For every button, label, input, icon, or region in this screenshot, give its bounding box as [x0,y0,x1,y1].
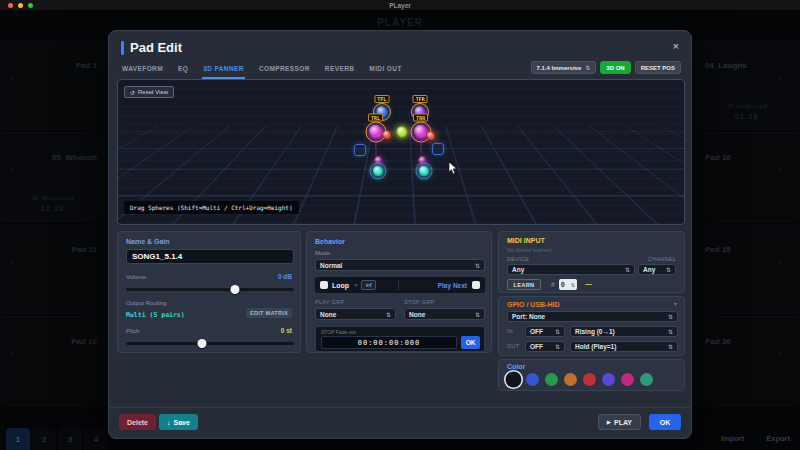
mode-select-value: Normal [320,262,342,269]
color-swatch-3[interactable] [545,373,558,386]
select-arrows-icon: ⇅ [668,313,673,320]
speaker-label-tag: TFL [374,95,389,103]
speaker-top-rear-left[interactable]: TRL [368,124,383,139]
play-grp-select[interactable]: None ⇅ [315,308,396,320]
loop-divider [398,280,399,290]
color-swatch-5[interactable] [583,373,596,386]
tab-compressor[interactable]: COMPRESSOR [258,65,311,79]
play-grp-label: PLAY Grp [315,299,344,305]
gpio-out-label: OUT [507,343,520,349]
behavior-panel: Behavior Mode Normal ⇅ Loop × inf Play N… [306,231,492,353]
stepper-arrows-icon: ⇅ [571,282,575,288]
fade-out-time-input[interactable]: 00:00:00:000 [321,336,457,349]
output-routing-value: Multi (5 pairs) [126,311,185,319]
speaker-sub-left[interactable] [373,166,384,177]
pitch-slider[interactable] [126,342,294,345]
midi-dash: — [585,280,592,287]
learn-button[interactable]: LEARN [507,279,541,290]
color-swatch-1[interactable] [507,373,520,386]
pitch-label: Pitch [126,328,139,334]
speaker-label-tag: TFR [413,95,428,103]
midi-device-select[interactable]: Any ⇅ [507,264,635,275]
gpio-out-mode-select[interactable]: Hold (Play=1) ⇅ [570,341,678,352]
pitch-slider-thumb[interactable] [197,339,206,348]
delete-button[interactable]: Delete [119,414,156,430]
volume-slider-thumb[interactable] [231,285,240,294]
midi-device-value: Any [512,266,524,273]
speaker-front-left[interactable] [383,131,392,140]
color-swatch-8[interactable] [640,373,653,386]
menubar-app-title: PLayer [0,2,800,9]
midi-channel-value: Any [643,266,655,273]
panner-viewport[interactable]: TFLTFRTRLTRR ↺ Reset View Drag Spheres (… [117,79,685,225]
midi-input-header: MIDI INPUT [507,237,545,244]
color-panel: Color [498,359,685,391]
dialog-header: Pad Edit [121,40,182,55]
select-arrows-icon: ⇅ [475,262,480,269]
speaker-front-right[interactable] [426,132,435,141]
gpio-out-value: OFF [530,343,543,350]
color-swatch-4[interactable] [564,373,577,386]
tab-midi-out[interactable]: MIDI OUT [368,65,402,79]
loop-checkbox[interactable] [320,281,328,289]
tab-eq[interactable]: EQ [177,65,189,79]
panner-toolbar: 7.1.4 Immersive ⇅ 3D ON RESET POS [531,61,681,74]
tab-3d-panner[interactable]: 3D PANNER [202,65,245,79]
mode-select[interactable]: Normal ⇅ [315,259,485,271]
reset-view-button[interactable]: ↺ Reset View [124,86,174,98]
mode-label: Mode [315,250,330,256]
color-swatch-7[interactable] [621,373,634,386]
gpio-in-mode-select[interactable]: Rising (0→1) ⇅ [570,326,678,337]
pad-name-input[interactable] [126,249,294,264]
play-button[interactable]: ▶ PLAY [598,414,641,430]
ok-button[interactable]: OK [649,414,681,430]
gpio-out-select[interactable]: OFF ⇅ [525,341,565,352]
layout-select[interactable]: 7.1.4 Immersive ⇅ [531,61,597,74]
color-swatch-6[interactable] [602,373,615,386]
gpio-in-mode-value: Rising (0→1) [575,328,615,335]
speaker-rear-left[interactable] [374,156,384,166]
gpio-port-value: Port: None [512,313,545,320]
device-label: DEVICE [507,256,529,262]
speaker-label-tag: TRL [368,113,383,121]
menubar: PLayer [0,0,800,11]
stop-grp-select[interactable]: None ⇅ [404,308,485,320]
speaker-center[interactable] [396,126,408,138]
select-arrows-icon: ⇅ [555,343,560,350]
gpio-in-select[interactable]: OFF ⇅ [525,326,565,337]
fade-out-ok-button[interactable]: OK [461,336,480,349]
tab-reverb[interactable]: REVERB [324,65,356,79]
midi-note-stepper[interactable]: 0 ⇅ [559,279,577,290]
tab-waveform[interactable]: WAVEFORM [121,65,164,79]
speaker-rear-right[interactable] [418,156,428,166]
gpio-port-select[interactable]: Port: None ⇅ [507,311,678,322]
title-accent-bar [121,41,124,55]
3d-on-toggle[interactable]: 3D ON [600,61,630,74]
gpio-panel: GPIO / USB-HID ▾ Port: None ⇅ IN OFF ⇅ R… [498,296,685,356]
gpio-panel-icon[interactable]: ▾ [674,300,677,307]
play-grp-value: None [320,311,336,318]
volume-slider[interactable] [126,288,294,291]
midi-channel-select[interactable]: Any ⇅ [638,264,676,275]
speaker-sub-right[interactable] [418,166,429,177]
pad-edit-dialog: Pad Edit × WAVEFORMEQ3D PANNERCOMPRESSOR… [108,30,692,439]
footer-divider [109,407,691,408]
speaker-side-left[interactable] [354,144,366,156]
pitch-value: 0 st [281,327,292,334]
speaker-side-right[interactable] [432,143,444,155]
speaker-label-tag: TRR [413,113,428,121]
save-button[interactable]: ↓ Save [159,414,198,430]
color-swatch-2[interactable] [526,373,539,386]
play-next-label: Play Next [438,282,467,289]
viewport-hint-text: Drag Spheres (Shift=Multi / Ctrl+Drag=He… [124,201,299,214]
reset-pos-button[interactable]: RESET POS [635,61,681,74]
edit-matrix-button[interactable]: EDIT MATRIX [246,308,292,318]
play-next-checkbox[interactable] [472,281,480,289]
stop-grp-value: None [409,311,425,318]
reset-view-icon: ↺ [130,89,135,96]
behavior-header: Behavior [315,238,345,245]
close-icon[interactable]: × [673,41,679,52]
save-icon: ↓ [167,419,171,426]
loop-count-badge[interactable]: inf [361,280,377,290]
midi-note-value: 0 [561,281,565,288]
